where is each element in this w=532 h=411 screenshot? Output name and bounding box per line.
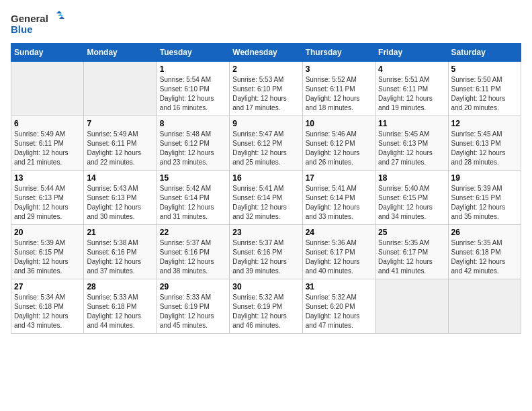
week-row-3: 13Sunrise: 5:44 AM Sunset: 6:13 PM Dayli… — [11, 171, 521, 225]
day-number: 16 — [232, 173, 299, 183]
header-sunday: Sunday — [11, 44, 84, 62]
calendar-cell — [448, 279, 521, 334]
day-number: 29 — [160, 282, 226, 291]
day-info: Sunrise: 5:49 AM Sunset: 6:11 PM Dayligh… — [87, 130, 153, 167]
calendar-cell: 5Sunrise: 5:50 AM Sunset: 6:11 PM Daylig… — [448, 62, 521, 116]
header-tuesday: Tuesday — [157, 44, 229, 62]
day-info: Sunrise: 5:34 AM Sunset: 6:18 PM Dayligh… — [14, 293, 81, 330]
header-thursday: Thursday — [302, 44, 375, 62]
calendar-cell: 11Sunrise: 5:45 AM Sunset: 6:13 PM Dayli… — [375, 116, 448, 171]
day-number: 4 — [378, 64, 445, 74]
calendar-cell: 14Sunrise: 5:43 AM Sunset: 6:13 PM Dayli… — [84, 171, 157, 225]
calendar-cell — [11, 62, 84, 116]
calendar-cell: 10Sunrise: 5:46 AM Sunset: 6:12 PM Dayli… — [302, 116, 375, 171]
header-monday: Monday — [84, 44, 157, 62]
svg-marker-4 — [59, 16, 64, 19]
day-info: Sunrise: 5:47 AM Sunset: 6:12 PM Dayligh… — [232, 130, 299, 167]
day-info: Sunrise: 5:49 AM Sunset: 6:11 PM Dayligh… — [14, 130, 81, 167]
day-number: 25 — [378, 228, 445, 237]
day-number: 5 — [451, 64, 518, 74]
day-number: 1 — [160, 64, 226, 74]
svg-text:Blue: Blue — [11, 24, 33, 35]
header-wednesday: Wednesday — [230, 44, 302, 62]
calendar-cell: 4Sunrise: 5:51 AM Sunset: 6:11 PM Daylig… — [375, 62, 448, 116]
calendar-cell: 29Sunrise: 5:33 AM Sunset: 6:19 PM Dayli… — [157, 279, 229, 334]
calendar-cell: 2Sunrise: 5:53 AM Sunset: 6:10 PM Daylig… — [230, 62, 302, 116]
day-number: 31 — [306, 282, 372, 291]
calendar-cell: 28Sunrise: 5:33 AM Sunset: 6:18 PM Dayli… — [84, 279, 157, 334]
calendar-cell: 21Sunrise: 5:38 AM Sunset: 6:16 PM Dayli… — [84, 225, 157, 279]
week-row-1: 1Sunrise: 5:54 AM Sunset: 6:10 PM Daylig… — [11, 62, 521, 116]
calendar-cell: 7Sunrise: 5:49 AM Sunset: 6:11 PM Daylig… — [84, 116, 157, 171]
day-number: 23 — [232, 228, 299, 237]
day-number: 14 — [87, 173, 153, 183]
day-number: 13 — [14, 173, 81, 183]
day-number: 8 — [160, 119, 226, 128]
day-number: 15 — [160, 173, 226, 183]
day-info: Sunrise: 5:48 AM Sunset: 6:12 PM Dayligh… — [160, 130, 226, 167]
day-info: Sunrise: 5:43 AM Sunset: 6:13 PM Dayligh… — [87, 184, 153, 222]
day-info: Sunrise: 5:35 AM Sunset: 6:18 PM Dayligh… — [451, 238, 518, 276]
day-info: Sunrise: 5:39 AM Sunset: 6:15 PM Dayligh… — [451, 184, 518, 222]
day-info: Sunrise: 5:44 AM Sunset: 6:13 PM Dayligh… — [14, 184, 81, 222]
day-number: 7 — [87, 119, 153, 128]
calendar-cell: 16Sunrise: 5:41 AM Sunset: 6:14 PM Dayli… — [230, 171, 302, 225]
day-info: Sunrise: 5:45 AM Sunset: 6:13 PM Dayligh… — [378, 130, 445, 167]
day-number: 24 — [306, 228, 372, 237]
header-saturday: Saturday — [448, 44, 521, 62]
svg-marker-2 — [56, 11, 62, 13]
day-number: 19 — [451, 173, 518, 183]
svg-marker-3 — [58, 13, 63, 16]
calendar-cell: 27Sunrise: 5:34 AM Sunset: 6:18 PM Dayli… — [11, 279, 84, 334]
week-row-2: 6Sunrise: 5:49 AM Sunset: 6:11 PM Daylig… — [11, 116, 521, 171]
day-info: Sunrise: 5:33 AM Sunset: 6:19 PM Dayligh… — [160, 293, 226, 330]
calendar-cell: 12Sunrise: 5:45 AM Sunset: 6:13 PM Dayli… — [448, 116, 521, 171]
day-info: Sunrise: 5:37 AM Sunset: 6:16 PM Dayligh… — [232, 238, 299, 276]
calendar-cell: 31Sunrise: 5:32 AM Sunset: 6:20 PM Dayli… — [302, 279, 375, 334]
svg-text:General: General — [11, 13, 48, 24]
day-number: 17 — [306, 173, 372, 183]
day-info: Sunrise: 5:53 AM Sunset: 6:10 PM Dayligh… — [232, 75, 299, 113]
day-number: 3 — [306, 64, 372, 74]
calendar-cell: 17Sunrise: 5:41 AM Sunset: 6:14 PM Dayli… — [302, 171, 375, 225]
logo-svg: General Blue — [11, 11, 64, 38]
day-number: 2 — [232, 64, 299, 74]
day-number: 11 — [378, 119, 445, 128]
day-info: Sunrise: 5:32 AM Sunset: 6:20 PM Dayligh… — [306, 293, 372, 330]
header-friday: Friday — [375, 44, 448, 62]
day-info: Sunrise: 5:37 AM Sunset: 6:16 PM Dayligh… — [160, 238, 226, 276]
calendar-cell: 13Sunrise: 5:44 AM Sunset: 6:13 PM Dayli… — [11, 171, 84, 225]
day-info: Sunrise: 5:50 AM Sunset: 6:11 PM Dayligh… — [451, 75, 518, 113]
calendar-cell: 30Sunrise: 5:32 AM Sunset: 6:19 PM Dayli… — [230, 279, 302, 334]
day-info: Sunrise: 5:54 AM Sunset: 6:10 PM Dayligh… — [160, 75, 226, 113]
calendar-cell: 15Sunrise: 5:42 AM Sunset: 6:14 PM Dayli… — [157, 171, 229, 225]
day-number: 20 — [14, 228, 81, 237]
calendar-cell: 9Sunrise: 5:47 AM Sunset: 6:12 PM Daylig… — [230, 116, 302, 171]
calendar-cell: 23Sunrise: 5:37 AM Sunset: 6:16 PM Dayli… — [230, 225, 302, 279]
day-number: 21 — [87, 228, 153, 237]
calendar-cell — [375, 279, 448, 334]
calendar-cell: 8Sunrise: 5:48 AM Sunset: 6:12 PM Daylig… — [157, 116, 229, 171]
calendar-cell: 25Sunrise: 5:35 AM Sunset: 6:17 PM Dayli… — [375, 225, 448, 279]
day-number: 30 — [232, 282, 299, 291]
calendar-cell: 1Sunrise: 5:54 AM Sunset: 6:10 PM Daylig… — [157, 62, 229, 116]
day-info: Sunrise: 5:35 AM Sunset: 6:17 PM Dayligh… — [378, 238, 445, 276]
day-info: Sunrise: 5:46 AM Sunset: 6:12 PM Dayligh… — [306, 130, 372, 167]
day-number: 6 — [14, 119, 81, 128]
day-info: Sunrise: 5:41 AM Sunset: 6:14 PM Dayligh… — [232, 184, 299, 222]
calendar-table: SundayMondayTuesdayWednesdayThursdayFrid… — [11, 43, 521, 334]
week-row-4: 20Sunrise: 5:39 AM Sunset: 6:15 PM Dayli… — [11, 225, 521, 279]
day-info: Sunrise: 5:38 AM Sunset: 6:16 PM Dayligh… — [87, 238, 153, 276]
day-number: 12 — [451, 119, 518, 128]
day-info: Sunrise: 5:36 AM Sunset: 6:17 PM Dayligh… — [306, 238, 372, 276]
day-info: Sunrise: 5:41 AM Sunset: 6:14 PM Dayligh… — [306, 184, 372, 222]
day-info: Sunrise: 5:52 AM Sunset: 6:11 PM Dayligh… — [306, 75, 372, 113]
calendar-cell: 18Sunrise: 5:40 AM Sunset: 6:15 PM Dayli… — [375, 171, 448, 225]
day-number: 26 — [451, 228, 518, 237]
day-number: 27 — [14, 282, 81, 291]
logo: General Blue — [11, 11, 64, 38]
day-info: Sunrise: 5:33 AM Sunset: 6:18 PM Dayligh… — [87, 293, 153, 330]
calendar-cell — [84, 62, 157, 116]
day-number: 10 — [306, 119, 372, 128]
day-number: 18 — [378, 173, 445, 183]
